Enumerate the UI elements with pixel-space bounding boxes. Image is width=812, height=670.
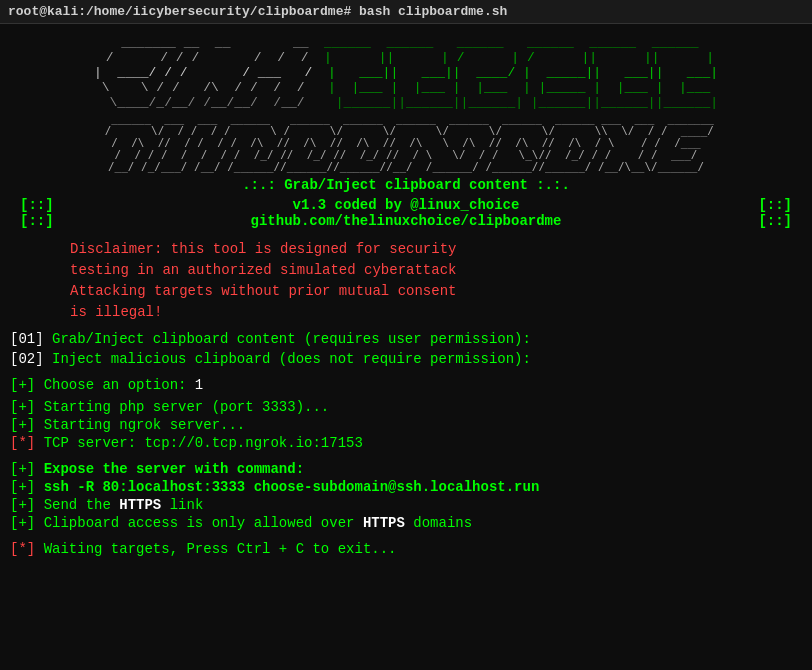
status-bracket-1: [+]	[10, 399, 35, 415]
prompt-bracket: [+]	[10, 377, 35, 393]
waiting-line: [*] Waiting targets, Press Ctrl + C to e…	[10, 541, 802, 557]
expose-text: Expose the server with command:	[44, 461, 304, 477]
disclaimer-line2: testing in an authorized simulated cyber…	[70, 260, 802, 281]
status-text-2: Starting ngrok server...	[44, 417, 246, 433]
version-text: v1.3 coded by @linux_choice	[293, 197, 520, 213]
status-text-3: TCP server: tcp://0.tcp.ngrok.io:17153	[44, 435, 363, 451]
status-bracket-3: [*]	[10, 435, 35, 451]
bracket-left-2: [::]	[20, 213, 54, 229]
prompt-value: 1	[195, 377, 203, 393]
terminal-content: _______ __ __ __ ______ ______ ______ __…	[0, 24, 812, 565]
waiting-text: Waiting targets, Press Ctrl + C to exit.…	[44, 541, 397, 557]
title-bar: root@kali:/home/iicybersecurity/clipboar…	[0, 0, 812, 24]
version-row: [::] v1.3 coded by @linux_choice [::]	[10, 197, 802, 213]
send-bold: HTTPS	[119, 497, 161, 513]
clipboard-line: [+] Clipboard access is only allowed ove…	[10, 515, 802, 531]
title-text: root@kali:/home/iicybersecurity/clipboar…	[8, 4, 507, 19]
send-text: Send the	[44, 497, 120, 513]
disclaimer-line4: is illegal!	[70, 302, 802, 323]
prompt-text: Choose an option:	[44, 377, 195, 393]
prompt-line: [+] Choose an option: 1	[10, 377, 802, 393]
status-line-2: [+] Starting ngrok server...	[10, 417, 802, 433]
menu-text-2: Inject malicious clipboard (does not req…	[44, 351, 531, 367]
disclaimer-line1: Disclaimer: this tool is designed for se…	[70, 239, 802, 260]
clipboard-bold: HTTPS	[363, 515, 405, 531]
ascii-art-big: ______ ___ ___ ______ ______ ______ ____…	[10, 113, 802, 173]
ascii-logo: _______ __ __ __ ______ ______ ______ __…	[10, 36, 802, 111]
ssh-command: ssh -R 80:localhost:3333 choose-subdomai…	[44, 479, 540, 495]
menu-num-1: [01]	[10, 331, 44, 347]
expose-line: [+] Expose the server with command:	[10, 461, 802, 477]
clipboard-text: Clipboard access is only allowed over	[44, 515, 363, 531]
banner-title: .:.: Grab/Inject clipboard content :.:.	[10, 177, 802, 193]
github-text: github.com/thelinuxchoice/clipboardme	[251, 213, 562, 229]
menu-text-1: Grab/Inject clipboard content (requires …	[44, 331, 531, 347]
ssh-line: [+] ssh -R 80:localhost:3333 choose-subd…	[10, 479, 802, 495]
status-text-1: Starting php server (port 3333)...	[44, 399, 330, 415]
status-line-3: [*] TCP server: tcp://0.tcp.ngrok.io:171…	[10, 435, 802, 451]
bracket-left-1: [::]	[20, 197, 54, 213]
bracket-right-2: [::]	[758, 213, 792, 229]
send-line: [+] Send the HTTPS link	[10, 497, 802, 513]
expose-bracket: [+]	[10, 461, 35, 477]
disclaimer-block: Disclaimer: this tool is designed for se…	[70, 239, 802, 323]
bracket-right-1: [::]	[758, 197, 792, 213]
status-line-1: [+] Starting php server (port 3333)...	[10, 399, 802, 415]
terminal: root@kali:/home/iicybersecurity/clipboar…	[0, 0, 812, 670]
menu-item-2: [02] Inject malicious clipboard (does no…	[10, 351, 802, 367]
menu-num-2: [02]	[10, 351, 44, 367]
send-text2: link	[170, 497, 204, 513]
status-bracket-2: [+]	[10, 417, 35, 433]
disclaimer-line3: Attacking targets without prior mutual c…	[70, 281, 802, 302]
clipboard-bracket: [+]	[10, 515, 35, 531]
clipboard-text2: domains	[413, 515, 472, 531]
send-bracket: [+]	[10, 497, 35, 513]
menu-item-1: [01] Grab/Inject clipboard content (requ…	[10, 331, 802, 347]
ssh-bracket: [+]	[10, 479, 35, 495]
github-row: [::] github.com/thelinuxchoice/clipboard…	[10, 213, 802, 229]
waiting-bracket: [*]	[10, 541, 35, 557]
